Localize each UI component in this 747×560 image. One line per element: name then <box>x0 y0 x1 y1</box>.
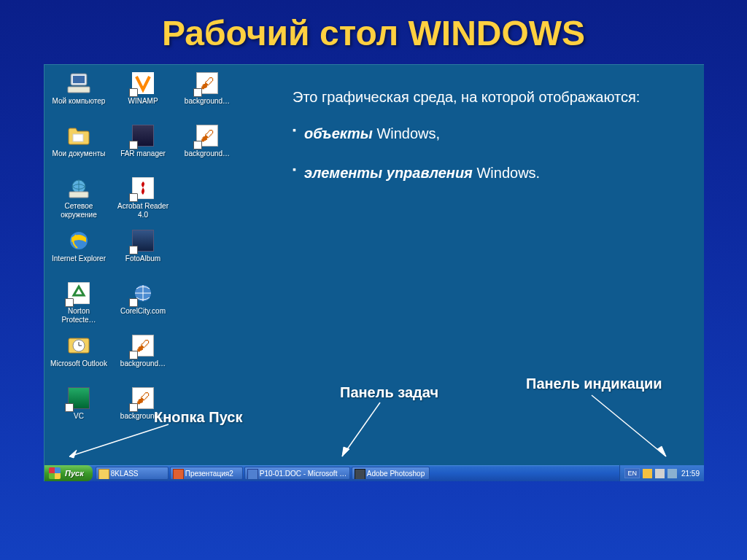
icon-label: VC <box>74 412 84 421</box>
desktop-area[interactable]: Мой компьютер WINAMP 🖌 background… Мои д… <box>44 65 704 465</box>
arrow-to-taskbar <box>329 398 417 464</box>
arrow-to-tray <box>570 391 686 464</box>
taskbar-item[interactable]: 8KLASS <box>96 467 169 480</box>
bullet-tail: Windows. <box>473 165 540 181</box>
icon-label: FotoAlbum <box>125 254 160 263</box>
tray-clock[interactable]: 21:59 <box>680 470 700 478</box>
far-manager-icon[interactable]: FAR manager <box>113 122 173 174</box>
icon-label: background… <box>120 359 166 368</box>
bullet-tail: Windows, <box>373 125 440 141</box>
background-file-icon[interactable]: 🖌 background… <box>113 332 173 384</box>
desktop-screenshot: Мой компьютер WINAMP 🖌 background… Мои д… <box>44 64 704 481</box>
svg-line-17 <box>592 395 666 456</box>
corelcity-icon[interactable]: CorelCity.com <box>113 279 173 332</box>
winamp-icon[interactable]: WINAMP <box>113 69 173 122</box>
svg-rect-19 <box>643 469 652 478</box>
svg-line-13 <box>69 424 169 456</box>
image-file-icon: 🖌 <box>196 72 218 94</box>
acrobat-reader-icon[interactable]: Acrobat Reader 4.0 <box>113 174 173 227</box>
outlook-icon[interactable]: Microsoft Outlook <box>49 332 109 384</box>
network-neighborhood-icon[interactable]: Сетевое окружение <box>49 174 109 227</box>
internet-explorer-icon[interactable]: Internet Explorer <box>49 227 109 279</box>
folder-icon <box>67 125 90 146</box>
taskbar-item[interactable]: P10-01.DOC - Microsoft … <box>244 467 350 480</box>
ie-icon <box>67 229 90 252</box>
background-file-icon[interactable]: 🖌 background… <box>177 69 237 122</box>
svg-marker-18 <box>657 446 666 456</box>
taskbar-items: 8KLASS Презентация2 P10-01.DOC - Microso… <box>93 465 620 481</box>
image-file-icon: 🖌 <box>196 125 218 147</box>
tray-network-icon[interactable] <box>667 469 677 478</box>
winamp-logo-icon <box>132 72 154 94</box>
tray-volume-icon[interactable] <box>655 469 665 478</box>
slide-title: Рабочий стол WINDOWS <box>0 0 747 53</box>
icon-label: WINAMP <box>128 97 158 106</box>
bullet-bold: объекты <box>304 125 373 141</box>
info-text-block: Это графическая среда, на которой отобра… <box>293 87 679 202</box>
svg-rect-20 <box>655 469 665 478</box>
icon-label: Мои документы <box>53 149 106 158</box>
icon-label: Microsoft Outlook <box>50 359 107 368</box>
tray-shield-icon[interactable] <box>643 469 652 478</box>
console-app-icon <box>132 125 154 147</box>
computer-icon <box>66 72 91 94</box>
annotation-tray-label: Панель индикации <box>526 376 662 392</box>
bullet-controls: элементы управления Windows. <box>293 163 679 183</box>
taskbar-item[interactable]: Adobe Photoshop <box>352 467 430 480</box>
svg-rect-6 <box>69 192 88 198</box>
arrow-to-start <box>59 420 190 464</box>
desktop-icons-grid: Мой компьютер WINAMP 🖌 background… Мои д… <box>49 69 237 437</box>
bullet-objects: объекты Windows, <box>293 123 679 144</box>
svg-rect-21 <box>667 469 677 478</box>
svg-rect-2 <box>68 87 90 93</box>
image-file-icon: 🖌 <box>132 335 154 357</box>
recycle-icon <box>68 282 90 304</box>
acrobat-icon <box>132 177 154 199</box>
language-indicator[interactable]: EN <box>624 468 640 478</box>
icon-label: Сетевое окружение <box>50 202 107 219</box>
fotoalbum-icon[interactable]: FotoAlbum <box>113 227 173 279</box>
icon-label: Мой компьютер <box>53 97 106 106</box>
svg-rect-1 <box>73 76 85 83</box>
icon-label: FAR manager <box>120 149 166 158</box>
taskbar: Пуск 8KLASS Презентация2 P10-01.DOC - Mi… <box>44 465 704 481</box>
svg-marker-16 <box>342 447 349 456</box>
icon-label: Norton Protecte… <box>50 307 107 324</box>
norton-icon[interactable]: Norton Protecte… <box>49 279 109 332</box>
taskbar-item[interactable]: Презентация2 <box>170 467 243 480</box>
icon-label: Internet Explorer <box>52 254 106 263</box>
image-file-icon: 🖌 <box>132 387 154 409</box>
outlook-clock-icon <box>67 335 90 356</box>
intro-paragraph: Это графическая среда, на которой отобра… <box>293 87 679 107</box>
my-documents-icon[interactable]: Мои документы <box>49 122 109 174</box>
app-icon <box>132 230 154 252</box>
globe-icon <box>132 282 154 304</box>
system-tray: EN 21:59 <box>619 465 704 481</box>
my-computer-icon[interactable]: Мой компьютер <box>49 69 109 122</box>
icon-label: Acrobat Reader 4.0 <box>115 202 171 219</box>
icon-label: background… <box>185 97 230 106</box>
start-button[interactable]: Пуск <box>44 465 93 481</box>
bullet-bold: элементы управления <box>304 165 473 181</box>
icon-label: background… <box>185 149 230 158</box>
network-icon <box>66 177 91 199</box>
console-app-icon <box>68 387 90 409</box>
icon-label: CorelCity.com <box>120 307 166 316</box>
svg-marker-14 <box>69 450 77 458</box>
background-file-icon[interactable]: 🖌 background… <box>177 122 237 174</box>
svg-rect-4 <box>73 134 83 141</box>
